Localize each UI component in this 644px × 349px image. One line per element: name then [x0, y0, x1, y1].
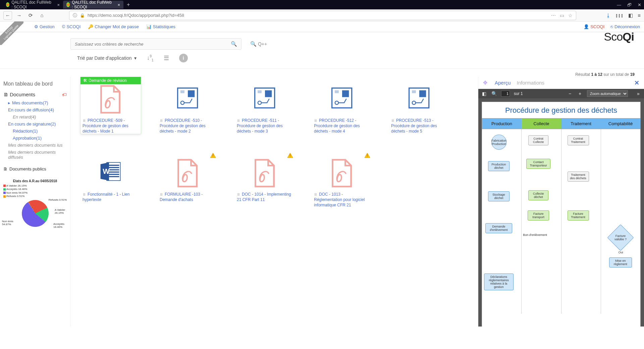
- maximize-icon[interactable]: 🗗: [627, 2, 632, 7]
- doc-icon: 🗎: [160, 118, 163, 122]
- zoom-out-icon[interactable]: −: [567, 91, 573, 96]
- minimize-icon[interactable]: —: [617, 2, 621, 7]
- visio-file-icon: [312, 83, 372, 116]
- document-card[interactable]: 🗎PROCEDURE -512 - Procédure de gestion d…: [312, 77, 372, 134]
- alert-icon: [210, 153, 216, 158]
- document-title: 🗎FORMULAIRE -103 - Demande d'achats: [158, 190, 218, 202]
- pdf-document: Procédure de gestion des déchets Product…: [482, 102, 641, 327]
- pdf-search-icon[interactable]: 🔍: [491, 91, 497, 96]
- url-bar[interactable]: ⓘ 🔒 https://demo.scoqi.fr/Qdoc/app/porta…: [69, 11, 576, 20]
- lock-icon: 🔒: [80, 13, 85, 18]
- close-preview-icon[interactable]: ✕: [634, 79, 639, 87]
- pdf-file-icon: [235, 157, 295, 190]
- flow-label: Oui: [619, 251, 623, 254]
- alert-icon: [364, 153, 370, 158]
- tree-root-documents[interactable]: 🗎 Documents 🏷: [3, 92, 67, 97]
- forward-button[interactable]: →: [15, 11, 23, 20]
- tab-apercu[interactable]: Aperçu: [495, 80, 511, 86]
- visio-file-icon: [158, 83, 218, 116]
- expand-icon[interactable]: »: [635, 91, 641, 96]
- view-list-button[interactable]: ☰: [164, 54, 169, 62]
- sidebar-toggle-icon[interactable]: ◧: [481, 91, 487, 96]
- app-menu-bar: S.COQILogiciels Qualité ⚙Gestion ©SCOQI …: [0, 21, 644, 32]
- close-tab-icon[interactable]: ×: [57, 2, 60, 7]
- document-card[interactable]: 🗎PROCEDURE -513 - Procédure de gestion d…: [389, 77, 449, 134]
- user-link[interactable]: 👤SCOQI: [584, 24, 604, 29]
- pdf-viewport[interactable]: Procédure de gestion des déchets Product…: [478, 98, 644, 327]
- tree-redaction[interactable]: Rédaction(1): [3, 128, 67, 135]
- doc-icon: 🗎: [3, 166, 8, 171]
- zoom-in-icon[interactable]: +: [577, 91, 583, 96]
- logout-link[interactable]: ⎋Déconnexion: [610, 24, 640, 29]
- reader-icon[interactable]: ▭: [560, 13, 564, 18]
- document-title: 🗎PROCEDURE -510 - Procédure de gestion d…: [158, 116, 218, 134]
- document-card[interactable]: 🗎PROCEDURE -511 - Procédure de gestion d…: [235, 77, 295, 134]
- tab-informations[interactable]: Informations: [517, 80, 545, 86]
- search-box[interactable]: 🔍: [70, 38, 241, 50]
- document-card[interactable]: 🗎Fonctionnalité - 1 - Lien hypertexte: [80, 151, 141, 208]
- info-button[interactable]: i: [179, 54, 188, 62]
- tag-icon[interactable]: 🏷: [62, 92, 67, 97]
- info-icon[interactable]: ⓘ: [73, 12, 77, 18]
- window-controls: — 🗗 ✕: [617, 2, 641, 7]
- more-actions-icon[interactable]: ⋯: [551, 13, 556, 18]
- close-window-icon[interactable]: ✕: [638, 2, 641, 7]
- tree-en-signature[interactable]: En cours de signature(2): [3, 120, 67, 128]
- flowchart-body: Fabrication Production Production déchet…: [482, 129, 640, 314]
- document-card[interactable]: 🗎DOC - 1013 - Réglementation pour logici…: [312, 151, 372, 208]
- lane-production: Production: [482, 118, 522, 129]
- sort-row: Trié par Date d'application ▾ ↓91 ☰ i: [0, 52, 644, 68]
- tree-derniers-lus[interactable]: Mes derniers documents lus: [3, 142, 67, 149]
- user-icon: 👤: [584, 24, 589, 29]
- browser-tab-0[interactable]: QALITEL doc FullWeb : SCOQI ×: [3, 1, 63, 9]
- tree-publics[interactable]: 🗎 Documents publics: [3, 165, 67, 172]
- tree-mes-documents[interactable]: ▸ Mes documents(7): [3, 99, 67, 106]
- sort-order-button[interactable]: ↓91: [147, 54, 153, 62]
- menu-change-password[interactable]: 🔑Changer Mot de passe: [88, 24, 139, 29]
- browser-toolbar: ← → ⟳ ⌂ ⓘ 🔒 https://demo.scoqi.fr/Qdoc/a…: [0, 9, 644, 21]
- page-input[interactable]: [501, 91, 510, 97]
- document-card[interactable]: 🗎FORMULAIRE -103 - Demande d'achats: [158, 151, 218, 208]
- document-grid: 🛠 Demande de révision🗎PROCEDURE -509 - P…: [70, 77, 478, 327]
- search-input[interactable]: [75, 42, 231, 47]
- menu-icon[interactable]: ≡: [638, 12, 641, 18]
- sidebar-icon[interactable]: ◧: [628, 12, 633, 18]
- favicon-icon: [6, 2, 9, 7]
- sort-dropdown[interactable]: Trié par Date d'application ▾: [77, 55, 137, 61]
- browser-tab-1[interactable]: QALITEL doc FullWeb : SCOQI ×: [63, 1, 123, 9]
- menu-scoqi[interactable]: ©SCOQI: [62, 24, 81, 29]
- close-tab-icon[interactable]: ×: [117, 2, 120, 7]
- search-icon[interactable]: 🔍: [231, 41, 237, 47]
- bookmark-star-icon[interactable]: ☆: [568, 13, 573, 18]
- doc-icon: 🗎: [3, 92, 8, 97]
- document-card[interactable]: 🗎DOC - 1014 - Implementing 21 CFR Part 1…: [235, 151, 295, 208]
- back-button[interactable]: ←: [3, 11, 12, 20]
- reload-button[interactable]: ⟳: [26, 11, 35, 20]
- flow-node: Déclarations réglementaires relatives à …: [484, 273, 514, 290]
- flow-node: Contrat Traitement: [568, 135, 589, 145]
- doc-icon: 🗎: [391, 118, 395, 122]
- menu-gestion[interactable]: ⚙Gestion: [34, 24, 55, 29]
- tree-derniers-diffuses[interactable]: Mes derniers documents diffusés: [3, 149, 67, 161]
- home-button[interactable]: ⌂: [38, 11, 46, 20]
- tree-en-diffusion[interactable]: En cours de diffusion(4): [3, 106, 67, 113]
- document-title: 🗎DOC - 1013 - Réglementation pour logici…: [312, 190, 372, 208]
- downloads-icon[interactable]: ⭳: [606, 12, 611, 18]
- document-card[interactable]: 🗎PROCEDURE -510 - Procédure de gestion d…: [158, 77, 218, 134]
- zoom-select[interactable]: Zoom automatique: [587, 90, 628, 97]
- library-icon[interactable]: ⫿⫿⫿: [615, 12, 624, 18]
- document-title: 🗎Fonctionnalité - 1 - Lien hypertexte: [80, 190, 141, 202]
- alert-icon: [287, 153, 293, 158]
- advanced-search-button[interactable]: 🔍 Q++: [248, 41, 269, 47]
- document-title: 🗎PROCEDURE -511 - Procédure de gestion d…: [235, 116, 295, 134]
- tree-approbation[interactable]: Approbation(1): [3, 135, 67, 142]
- menu-statistics[interactable]: 📊Statistiques: [146, 24, 175, 29]
- swimlane-headers: Production Collecte Traitement Comptabil…: [482, 118, 640, 129]
- tree-en-retard[interactable]: En retard(4): [3, 113, 67, 120]
- document-card[interactable]: 🛠 Demande de révision🗎PROCEDURE -509 - P…: [80, 77, 141, 134]
- workspace: Mon tableau de bord 🗎 Documents 🏷 ▸ Mes …: [0, 77, 644, 327]
- revision-badge: 🛠 Demande de révision: [80, 77, 141, 84]
- move-handle-icon[interactable]: ✥: [483, 80, 487, 86]
- preview-doc-title: Procédure de gestion des déchets: [482, 106, 640, 115]
- new-tab-button[interactable]: +: [127, 2, 130, 8]
